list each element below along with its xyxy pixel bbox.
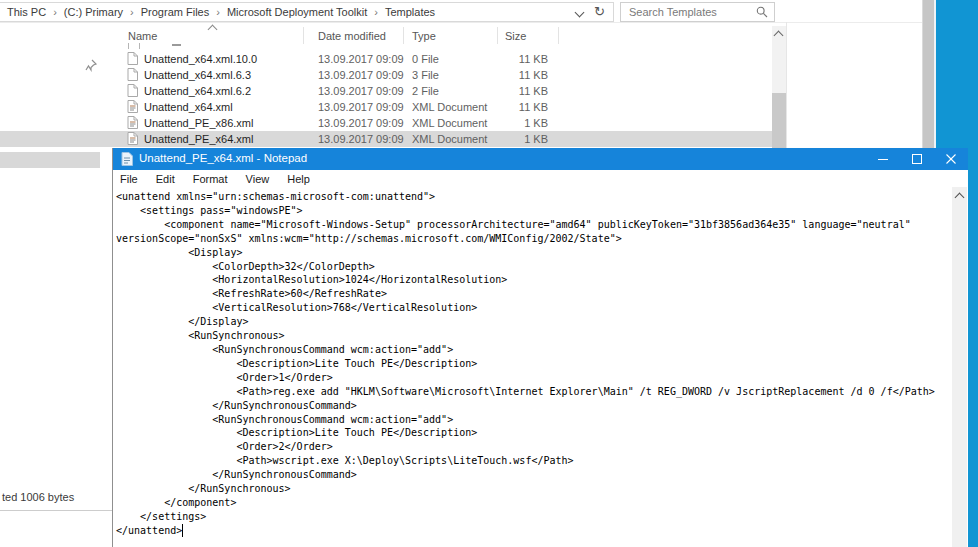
file-size: 1 KB	[470, 133, 548, 145]
file-size: 1 KB	[470, 117, 548, 129]
scroll-up-icon[interactable]	[955, 193, 965, 203]
file-date-modified: 13.09.2017 09:09	[318, 69, 404, 81]
file-date-modified: 13.09.2017 09:09	[318, 101, 404, 113]
column-divider[interactable]	[403, 27, 404, 44]
window-title: Unattend_PE_x64.xml - Notepad	[139, 152, 307, 164]
breadcrumb-item-templates[interactable]: Templates	[385, 6, 435, 18]
file-size: 11 KB	[470, 69, 548, 81]
address-dropdown-icon[interactable]	[575, 8, 585, 18]
file-row[interactable]: Unattend_PE_x64.xml 13.09.2017 09:09 XML…	[0, 131, 786, 147]
breadcrumb-separator-icon: ›	[216, 6, 220, 18]
clipped-file-row[interactable]	[118, 43, 772, 49]
xml-file-icon	[127, 100, 138, 115]
file-icon	[127, 84, 138, 99]
breadcrumb-separator-icon: ›	[130, 6, 134, 18]
notepad-window: Unattend_PE_x64.xml - Notepad File Edit	[112, 148, 968, 547]
column-divider[interactable]	[303, 27, 304, 44]
maximize-button[interactable]	[900, 148, 934, 170]
refresh-icon[interactable]: ↻	[594, 4, 605, 20]
notepad-menubar: File Edit Format View Help	[113, 170, 968, 187]
scroll-up-icon[interactable]	[774, 31, 784, 41]
file-date-modified: 13.09.2017 09:09	[318, 117, 404, 129]
column-divider[interactable]	[497, 27, 498, 44]
text-caret	[182, 524, 183, 537]
file-row[interactable]: Unattend_x64.xml.6.2 13.09.2017 09:09 2 …	[0, 83, 786, 99]
search-placeholder: Search Templates	[629, 6, 717, 18]
file-row[interactable]: Unattend_x64.xml 13.09.2017 09:09 XML Do…	[0, 99, 786, 115]
search-icon[interactable]	[756, 6, 768, 18]
breadcrumb-separator-icon: ›	[53, 6, 57, 18]
breadcrumb: This PC › (C:) Primary › Program Files ›…	[0, 6, 435, 18]
file-icon	[128, 43, 140, 49]
file-list-scrollbar[interactable]	[772, 26, 786, 148]
window-controls	[866, 148, 968, 170]
file-list: Unattend_x64.xml.10.0 13.09.2017 09:09 0…	[0, 51, 786, 147]
file-row[interactable]: Unattend_x64.xml.10.0 13.09.2017 09:09 0…	[0, 51, 786, 67]
status-bar-text: ted 1006 bytes	[2, 491, 74, 503]
clipped-text	[172, 44, 181, 46]
notepad-scrollbar[interactable]	[952, 187, 967, 547]
pin-icon[interactable]	[84, 58, 98, 72]
file-name: Unattend_x64.xml.6.2	[144, 85, 251, 97]
address-bar[interactable]: This PC › (C:) Primary › Program Files ›…	[0, 2, 614, 22]
column-divider[interactable]	[558, 27, 559, 44]
file-type: 3 File	[412, 69, 439, 81]
menu-edit[interactable]: Edit	[147, 173, 184, 185]
breadcrumb-item-this-pc[interactable]: This PC	[7, 6, 46, 18]
file-row[interactable]: Unattend_x64.xml.6.3 13.09.2017 09:09 3 …	[0, 67, 786, 83]
file-size: 11 KB	[470, 101, 548, 113]
file-date-modified: 13.09.2017 09:09	[318, 133, 404, 145]
file-icon	[127, 68, 138, 83]
breadcrumb-item-drive[interactable]: (C:) Primary	[64, 6, 123, 18]
file-name: Unattend_x64.xml.6.3	[144, 69, 251, 81]
file-date-modified: 13.09.2017 09:09	[318, 85, 404, 97]
navigation-pane-selection[interactable]	[0, 152, 100, 168]
sort-ascending-icon	[208, 25, 218, 35]
file-icon	[127, 52, 138, 67]
menu-file[interactable]: File	[113, 173, 147, 185]
minimize-button[interactable]	[866, 148, 900, 170]
notepad-icon	[121, 152, 133, 166]
file-type: 0 File	[412, 53, 439, 65]
xml-document-text: <unattend xmlns="urn:schemas-microsoft-c…	[113, 187, 968, 538]
xml-file-icon	[127, 116, 138, 131]
search-box[interactable]: Search Templates	[620, 2, 775, 22]
notepad-titlebar[interactable]: Unattend_PE_x64.xml - Notepad	[113, 148, 968, 170]
file-name: Unattend_PE_x64.xml	[144, 133, 253, 145]
column-header-date-modified[interactable]: Date modified	[318, 30, 386, 42]
desktop: This PC › (C:) Primary › Program Files ›…	[0, 0, 978, 547]
column-header-type[interactable]: Type	[412, 30, 436, 42]
file-size: 11 KB	[470, 85, 548, 97]
notepad-text-area[interactable]: <unattend xmlns="urn:schemas-microsoft-c…	[113, 187, 968, 547]
scrollbar-thumb[interactable]	[772, 93, 786, 148]
explorer-toolbar: This PC › (C:) Primary › Program Files ›…	[0, 0, 936, 22]
column-header-size[interactable]: Size	[505, 30, 526, 42]
close-button[interactable]	[934, 148, 968, 170]
column-header-name[interactable]: Name	[128, 30, 157, 42]
menu-format[interactable]: Format	[184, 173, 237, 185]
menu-view[interactable]: View	[237, 173, 279, 185]
file-name: Unattend_x64.xml.10.0	[144, 53, 257, 65]
menu-help[interactable]: Help	[278, 173, 319, 185]
file-name: Unattend_x64.xml	[144, 101, 233, 113]
file-size: 11 KB	[470, 53, 548, 65]
breadcrumb-item-program-files[interactable]: Program Files	[141, 6, 209, 18]
file-name: Unattend_PE_x86.xml	[144, 117, 253, 129]
toolbar-divider	[0, 22, 936, 23]
breadcrumb-separator-icon: ›	[374, 6, 378, 18]
file-type: 2 File	[412, 85, 439, 97]
xml-file-icon	[127, 132, 138, 147]
breadcrumb-item-mdt[interactable]: Microsoft Deployment Toolkit	[227, 6, 367, 18]
file-date-modified: 13.09.2017 09:09	[318, 53, 404, 65]
file-row[interactable]: Unattend_PE_x86.xml 13.09.2017 09:09 XML…	[0, 115, 786, 131]
